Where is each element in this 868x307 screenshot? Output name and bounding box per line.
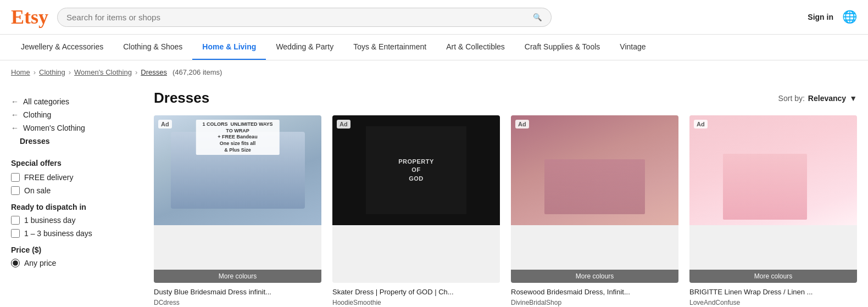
more-colours-4: More colours: [689, 270, 857, 283]
product-card-2[interactable]: PROPERTYOFGOD Ad Skater Dress | Property…: [332, 115, 500, 307]
free-delivery-label: FREE delivery: [24, 173, 73, 182]
main-nav: Jewellery & Accessories Clothing & Shoes…: [0, 35, 868, 60]
sidebar-all-categories[interactable]: ← All categories: [11, 95, 143, 108]
nav-item-art[interactable]: Art & Collectibles: [436, 35, 515, 60]
sidebar-dresses[interactable]: Dresses: [11, 135, 143, 148]
ready-to-dispatch-title: Ready to dispatch in: [11, 203, 143, 211]
products-grid: Ad 1 COLORS UNLIMITED WAYS TO WRAP+ FREE…: [154, 115, 857, 307]
nav-item-wedding[interactable]: Wedding & Party: [266, 35, 343, 60]
product-image-1: Ad 1 COLORS UNLIMITED WAYS TO WRAP+ FREE…: [154, 115, 321, 283]
product-content: Dresses Sort by: Relevancy ▼ Ad 1 COLORS…: [154, 84, 857, 307]
nav-item-home[interactable]: Home & Living: [192, 35, 266, 60]
price-title: Price ($): [11, 245, 143, 254]
breadcrumb-sep-1: ›: [34, 68, 36, 76]
product-title-2: Skater Dress | Property of GOD | Ch...: [332, 287, 500, 297]
sidebar-item-label: Dresses: [20, 137, 50, 146]
main-content: ← All categories ← Clothing ← Women's Cl…: [0, 84, 868, 307]
breadcrumb-sep-2: ›: [69, 68, 71, 76]
product-card-4[interactable]: Ad More colours BRIGITTE Linen Wrap Dres…: [689, 115, 857, 307]
search-icon: 🔍: [533, 13, 542, 21]
promo-badge-1: 1 COLORS UNLIMITED WAYS TO WRAP+ FREE Ba…: [196, 120, 280, 155]
header-actions: Sign in 🌐: [808, 10, 857, 24]
sign-in-link[interactable]: Sign in: [808, 13, 833, 21]
any-price-filter[interactable]: Any price: [11, 259, 143, 267]
one-business-day-checkbox[interactable]: [11, 216, 20, 225]
nav-item-toys[interactable]: Toys & Entertainment: [343, 35, 436, 60]
nav-item-craft[interactable]: Craft Supplies & Tools: [515, 35, 610, 60]
on-sale-filter[interactable]: On sale: [11, 186, 143, 195]
product-info-4: BRIGITTE Linen Wrap Dress / Linen ... Lo…: [689, 283, 857, 307]
breadcrumb-count: (467,206 items): [173, 68, 222, 76]
globe-icon[interactable]: 🌐: [842, 10, 857, 24]
sidebar-item-label: Clothing: [23, 110, 51, 119]
breadcrumb-dresses[interactable]: Dresses: [141, 68, 167, 76]
free-delivery-filter[interactable]: FREE delivery: [11, 173, 143, 182]
breadcrumb-clothing[interactable]: Clothing: [39, 68, 65, 76]
on-sale-label: On sale: [24, 186, 51, 195]
product-shop-1: DCdress: [154, 299, 321, 306]
search-input[interactable]: [66, 13, 528, 22]
one-business-day-filter[interactable]: 1 business day: [11, 216, 143, 225]
arrow-icon: ←: [11, 110, 19, 119]
ad-badge-2: Ad: [337, 120, 350, 129]
product-shop-3: DivineBridalShop: [511, 299, 678, 306]
three-business-days-checkbox[interactable]: [11, 229, 20, 238]
sort-label: Sort by:: [778, 94, 805, 103]
arrow-icon: ←: [11, 97, 19, 106]
free-delivery-checkbox[interactable]: [11, 173, 20, 182]
sort-value: Relevancy: [808, 94, 846, 103]
product-title-3: Rosewood Bridesmaid Dress, Infinit...: [511, 287, 678, 297]
any-price-radio[interactable]: [11, 259, 20, 267]
ad-badge-1: Ad: [158, 120, 172, 129]
breadcrumb: Home › Clothing › Women's Clothing › Dre…: [0, 60, 868, 84]
ad-badge-4: Ad: [694, 120, 708, 129]
sidebar-item-label: All categories: [23, 97, 69, 106]
etsy-logo[interactable]: Etsy: [11, 5, 48, 29]
product-image-3: Ad More colours: [511, 115, 678, 283]
product-title-1: Dusty Blue Bridesmaid Dress infinit...: [154, 287, 321, 297]
product-shop-2: HoodieSmoothie: [332, 299, 500, 306]
product-info-2: Skater Dress | Property of GOD | Ch... H…: [332, 283, 500, 307]
product-shop-4: LoveAndConfuse: [689, 299, 857, 306]
sidebar-item-label: Women's Clothing: [23, 124, 85, 132]
breadcrumb-womens-clothing[interactable]: Women's Clothing: [74, 68, 132, 76]
content-header: Dresses Sort by: Relevancy ▼: [154, 84, 857, 107]
ad-badge-3: Ad: [515, 120, 529, 129]
nav-item-clothing[interactable]: Clothing & Shoes: [113, 35, 192, 60]
any-price-label: Any price: [24, 259, 56, 267]
product-info-3: Rosewood Bridesmaid Dress, Infinit... Di…: [511, 283, 678, 307]
arrow-icon: ←: [11, 124, 19, 132]
sidebar: ← All categories ← Clothing ← Women's Cl…: [11, 84, 143, 307]
nav-item-jewellery[interactable]: Jewellery & Accessories: [11, 35, 113, 60]
product-info-1: Dusty Blue Bridesmaid Dress infinit... D…: [154, 283, 321, 307]
page-title: Dresses: [154, 90, 209, 107]
breadcrumb-home[interactable]: Home: [11, 68, 30, 76]
nav-item-vintage[interactable]: Vintage: [610, 35, 655, 60]
product-image-2: PROPERTYOFGOD Ad: [332, 115, 500, 283]
search-bar: 🔍: [57, 8, 552, 27]
product-card-3[interactable]: Ad More colours Rosewood Bridesmaid Dres…: [511, 115, 678, 307]
on-sale-checkbox[interactable]: [11, 186, 20, 195]
header: Etsy 🔍 Sign in 🌐: [0, 0, 868, 35]
sidebar-clothing[interactable]: ← Clothing: [11, 108, 143, 121]
three-business-days-label: 1 – 3 business days: [24, 229, 92, 238]
breadcrumb-sep-3: ›: [135, 68, 137, 76]
more-colours-1: More colours: [154, 270, 321, 283]
product-image-4: Ad More colours: [689, 115, 857, 283]
three-business-days-filter[interactable]: 1 – 3 business days: [11, 229, 143, 238]
search-button[interactable]: 🔍: [533, 13, 542, 21]
sort-arrow-icon: ▼: [849, 94, 857, 103]
more-colours-3: More colours: [511, 270, 678, 283]
special-offers-title: Special offers: [11, 159, 143, 168]
sidebar-womens-clothing[interactable]: ← Women's Clothing: [11, 121, 143, 135]
product-card-1[interactable]: Ad 1 COLORS UNLIMITED WAYS TO WRAP+ FREE…: [154, 115, 321, 307]
sort-control[interactable]: Sort by: Relevancy ▼: [778, 94, 857, 103]
one-business-day-label: 1 business day: [24, 216, 75, 225]
product-title-4: BRIGITTE Linen Wrap Dress / Linen ...: [689, 287, 857, 297]
